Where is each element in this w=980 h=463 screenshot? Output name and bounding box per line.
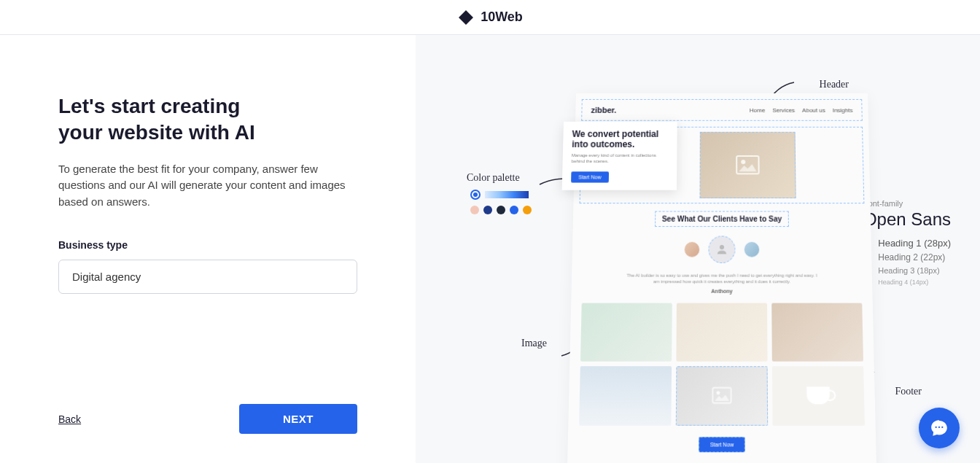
preview-panel: Header Color palette Image Footer Font-f…: [416, 35, 980, 463]
preview-container: Header Color palette Image Footer Font-f…: [459, 57, 958, 441]
page-heading: Let's start creating your website with A…: [58, 93, 357, 147]
mockup-brand: zibber.: [591, 106, 616, 114]
gallery-item: [579, 366, 672, 426]
palette-selected-icon: [470, 190, 481, 200]
mockup-gallery: [579, 303, 865, 425]
gallery-item-selected: [676, 366, 768, 426]
avatar-selected: [709, 236, 736, 262]
mockup-nav-item: Insights: [833, 106, 853, 113]
mockup-hero-text: Manage every kind of content in collecti…: [572, 153, 669, 165]
svg-point-0: [720, 245, 724, 249]
heading-spec-1: Heading 1 (28px): [878, 238, 951, 249]
font-family-value: Open Sans: [863, 209, 951, 230]
mockup-testimonial-author: Anthony: [586, 288, 858, 293]
mockup-nav-item: Home: [750, 106, 765, 113]
palette-gradient-row: [470, 190, 532, 200]
callout-image: Image: [521, 338, 547, 349]
brand-logo-icon: [457, 9, 475, 26]
mockup-cta-button: Start Now: [699, 437, 745, 452]
mockup-hero-card: We convert potential into outcomes. Mana…: [562, 122, 677, 190]
heading-spec-3: Heading 3 (18px): [878, 266, 951, 275]
palette-gradient: [485, 191, 529, 198]
heading-spec-2: Heading 2 (22px): [878, 252, 951, 262]
mockup-cta: Start Now: [567, 435, 876, 452]
palette-dot: [470, 206, 479, 214]
mockup-testimonial: See What Our Clients Have to Say The AI …: [586, 211, 858, 293]
mockup-nav-item: About us: [802, 106, 825, 113]
palette-dot: [510, 206, 518, 214]
heading-line-2: your website with AI: [58, 121, 255, 144]
palette-dots-row: [470, 206, 532, 214]
website-mockup: zibber. Home Services About us Insights …: [567, 93, 877, 463]
palette-dot: [483, 206, 492, 214]
user-icon: [715, 243, 728, 257]
business-type-input[interactable]: [58, 260, 357, 294]
callout-font-family: Font-family Open Sans: [863, 199, 951, 230]
color-palette: [470, 190, 532, 214]
mockup-testimonial-text: The AI builder is so easy to use and giv…: [624, 273, 820, 286]
app-header: 10Web: [0, 0, 980, 35]
heading-spec-4: Heading 4 (14px): [878, 279, 951, 286]
gallery-item: [772, 366, 865, 426]
avatar-icon: [744, 242, 760, 257]
image-placeholder-icon: [736, 155, 759, 174]
main-content: Let's start creating your website with A…: [0, 35, 980, 463]
page-description: To generate the best fit for your compan…: [58, 161, 357, 211]
chat-icon: [930, 419, 949, 437]
mockup-hero-image: [699, 132, 796, 198]
chat-widget-button[interactable]: [919, 408, 960, 448]
palette-dot: [497, 206, 505, 214]
cup-icon: [806, 387, 830, 405]
mockup-hero-heading: We convert potential into outcomes.: [572, 129, 668, 150]
callout-color-palette: Color palette: [467, 172, 520, 184]
mockup-avatars: [587, 236, 857, 262]
image-placeholder-icon: [712, 387, 732, 404]
form-actions: Back NEXT: [58, 375, 357, 434]
palette-dot: [523, 206, 532, 214]
mockup-nav-item: Services: [772, 106, 795, 113]
mockup-testimonial-title: See What Our Clients Have to Say: [655, 211, 788, 227]
heading-specs: Heading 1 (28px) Heading 2 (22px) Headin…: [878, 238, 951, 289]
mockup-hero: We convert potential into outcomes. Mana…: [580, 127, 865, 203]
mockup-header: zibber. Home Services About us Insights: [581, 99, 863, 121]
gallery-item: [771, 303, 863, 361]
next-button[interactable]: NEXT: [239, 404, 357, 434]
mockup-nav: Home Services About us Insights: [750, 106, 853, 113]
heading-line-1: Let's start creating: [58, 95, 240, 117]
callout-header: Header: [820, 79, 849, 90]
brand-name: 10Web: [481, 9, 523, 25]
avatar-icon: [685, 242, 700, 257]
callout-footer: Footer: [895, 386, 922, 397]
mockup-hero-button: Start Now: [571, 172, 609, 183]
form-panel: Let's start creating your website with A…: [0, 35, 416, 463]
back-button[interactable]: Back: [58, 413, 81, 425]
business-type-label: Business type: [58, 239, 357, 251]
gallery-item: [580, 303, 672, 361]
gallery-item: [676, 303, 767, 361]
